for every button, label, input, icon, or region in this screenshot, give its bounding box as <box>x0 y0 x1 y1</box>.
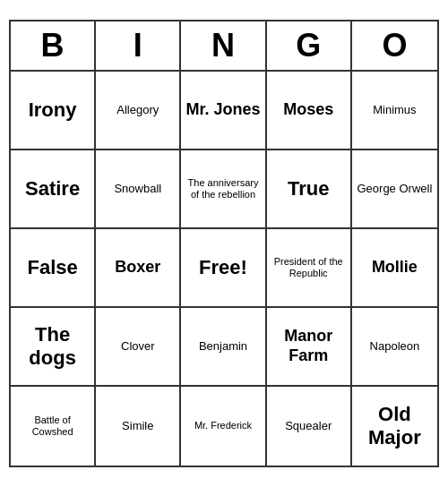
cell-text: Snowball <box>114 182 161 196</box>
bingo-cell[interactable]: The anniversary of the rebellion <box>181 150 266 229</box>
cell-text: Allegory <box>116 103 159 117</box>
bingo-cell[interactable]: Mr. Frederick <box>181 387 266 466</box>
cell-text: Manor Farm <box>271 327 347 365</box>
header-letter: O <box>352 21 437 70</box>
bingo-header: BINGO <box>11 21 437 72</box>
header-letter: B <box>11 21 96 70</box>
cell-text: The dogs <box>14 323 90 371</box>
cell-text: Simile <box>122 419 153 433</box>
cell-text: Satire <box>25 177 80 201</box>
cell-text: Boxer <box>115 258 160 278</box>
bingo-cell[interactable]: True <box>267 150 352 229</box>
cell-text: Mr. Jones <box>185 100 260 120</box>
cell-text: President of the Republic <box>271 256 347 279</box>
bingo-cell[interactable]: Free! <box>181 229 266 308</box>
cell-text: Moses <box>283 100 333 120</box>
bingo-cell[interactable]: Moses <box>267 72 352 150</box>
bingo-cell[interactable]: Old Major <box>352 387 437 466</box>
cell-text: False <box>27 256 77 279</box>
bingo-cell[interactable]: Irony <box>11 72 96 150</box>
cell-text: Battle of Cowshed <box>14 414 90 438</box>
bingo-cell[interactable]: Clover <box>96 308 181 387</box>
cell-text: Clover <box>121 339 155 354</box>
bingo-cell[interactable]: Napoleon <box>352 308 437 387</box>
bingo-cell[interactable]: Mr. Jones <box>181 72 266 150</box>
bingo-cell[interactable]: Mollie <box>352 229 437 308</box>
cell-text: Mr. Frederick <box>194 420 252 431</box>
bingo-cell[interactable]: Squealer <box>267 387 352 466</box>
bingo-cell[interactable]: Boxer <box>96 229 181 308</box>
cell-text: Napoleon <box>370 339 420 354</box>
bingo-cell[interactable]: False <box>11 229 96 308</box>
cell-text: Benjamin <box>199 339 247 354</box>
cell-text: Irony <box>29 98 77 122</box>
bingo-cell[interactable]: Benjamin <box>181 308 266 387</box>
cell-text: Old Major <box>356 403 434 450</box>
cell-text: Minimus <box>373 103 416 117</box>
bingo-cell[interactable]: President of the Republic <box>267 229 352 308</box>
bingo-cell[interactable]: Manor Farm <box>267 308 352 387</box>
bingo-cell[interactable]: The dogs <box>11 308 96 387</box>
cell-text: George Orwell <box>357 182 432 196</box>
cell-text: Free! <box>199 256 247 279</box>
header-letter: I <box>96 21 181 70</box>
bingo-grid: IronyAllegoryMr. JonesMosesMinimusSatire… <box>11 72 437 466</box>
cell-text: The anniversary of the rebellion <box>185 177 261 201</box>
cell-text: Squealer <box>285 419 332 433</box>
bingo-cell[interactable]: Minimus <box>352 72 437 150</box>
header-letter: N <box>181 21 266 70</box>
cell-text: True <box>288 177 329 201</box>
cell-text: Mollie <box>372 258 418 278</box>
bingo-cell[interactable]: George Orwell <box>352 150 437 229</box>
bingo-cell[interactable]: Allegory <box>96 72 181 150</box>
bingo-card: BINGO IronyAllegoryMr. JonesMosesMinimus… <box>9 20 439 467</box>
bingo-cell[interactable]: Satire <box>11 150 96 229</box>
header-letter: G <box>267 21 352 70</box>
bingo-cell[interactable]: Simile <box>96 387 181 466</box>
bingo-cell[interactable]: Battle of Cowshed <box>11 387 96 466</box>
bingo-cell[interactable]: Snowball <box>96 150 181 229</box>
